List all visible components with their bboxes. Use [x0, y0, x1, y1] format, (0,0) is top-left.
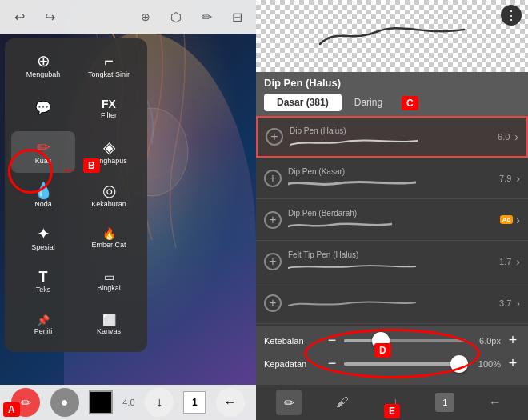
- right-bottom-toolbar: ✏ 🖌 ↓ 1 ← E: [256, 385, 528, 420]
- tool-label: Spesial: [31, 243, 55, 251]
- transform-button[interactable]: ⊕: [133, 4, 158, 30]
- brush-stroke-preview-4: [288, 291, 489, 315]
- brush-value-1: 7.9: [489, 174, 511, 183]
- tool-kuas[interactable]: ✏ Kuas: [11, 131, 75, 173]
- fx-icon: FX: [102, 98, 116, 110]
- tool-label: Teks: [36, 286, 51, 294]
- tool-label: Tongkat Sinir: [88, 70, 130, 78]
- brush-add-button-4[interactable]: +: [264, 294, 282, 312]
- redo-button[interactable]: ↪: [37, 4, 62, 30]
- rbt-pencil-button[interactable]: ✏: [276, 390, 302, 415]
- tool-bingkai[interactable]: ▭ Bingkai: [77, 261, 141, 302]
- undo-button[interactable]: ↩: [6, 4, 32, 30]
- brush-value-0: 6.0: [487, 132, 510, 142]
- tool-peniti[interactable]: 📌 Peniti: [11, 304, 75, 346]
- stroke-svg-1: [288, 178, 416, 189]
- tool-teks[interactable]: T Teks: [11, 261, 75, 302]
- rbt-brush-button[interactable]: 🖌: [330, 390, 355, 415]
- brush-item-dip-pen-halus[interactable]: + Dip Pen (Halus) 6.0 ›: [256, 116, 528, 158]
- tool-kekaburan[interactable]: ◎ Kekaburan: [77, 174, 141, 216]
- layers-button[interactable]: ⊟: [224, 4, 250, 30]
- color-swatch[interactable]: [89, 390, 113, 414]
- stamp-button[interactable]: ●: [50, 388, 79, 417]
- tongkat-sinir-icon: ⌐: [104, 53, 114, 69]
- kepadatan-label: Kepadatan: [264, 359, 320, 369]
- ad-badge-2: Ad: [500, 215, 514, 224]
- kepadatan-row: Kepadatan − 100% +: [264, 355, 520, 372]
- brush-add-button-1[interactable]: +: [264, 170, 282, 187]
- brush-name-1: Dip Pen (Kasar): [288, 167, 489, 176]
- top-toolbar: ↩ ↪ ⊕ ⬡ ✏ ⊟: [0, 0, 256, 34]
- tool-noda[interactable]: 💧 Noda: [11, 174, 75, 216]
- lasso-icon: 💬: [35, 102, 51, 114]
- kepadatan-thumb[interactable]: [450, 355, 468, 373]
- tab-daring[interactable]: Daring: [342, 94, 395, 111]
- kepadatan-value: 100%: [470, 359, 501, 369]
- brush-item-dip-pen-berdarah[interactable]: + Dip Pen (Berdarah) Ad ›: [256, 199, 528, 241]
- stroke-svg-3: [288, 261, 416, 272]
- brush-item-5[interactable]: + 3.7 ›: [256, 282, 528, 324]
- tool-label: Kuas: [35, 157, 52, 165]
- tool-ember-cat[interactable]: 🔥 Ember Cat: [77, 218, 141, 259]
- ketebalan-track[interactable]: [344, 339, 466, 342]
- kepadatan-fill: [344, 362, 459, 366]
- penghapus-icon: ◈: [103, 139, 115, 155]
- tool-label: Noda: [34, 200, 52, 208]
- ketebalan-label: Ketebalan: [264, 336, 320, 346]
- rbt-back-button[interactable]: ←: [482, 390, 508, 415]
- tool-tongkat-sinir[interactable]: ⌐ Tongkat Sinir: [77, 45, 141, 86]
- chevron-1: ›: [516, 172, 520, 185]
- right-panel: ⋮ Dip Pen (Halus) Dasar (381) Daring C +…: [256, 0, 528, 420]
- brush-add-button-3[interactable]: +: [264, 253, 282, 270]
- label-e: E: [384, 404, 400, 418]
- brush-name-2: Dip Pen (Berdarah): [288, 209, 500, 218]
- more-options-button[interactable]: ⋮: [501, 5, 522, 26]
- brush-item-felt-tip-pen[interactable]: + Felt Tip Pen (Halus) 1.7 ›: [256, 241, 528, 282]
- ketebalan-row: Ketebalan − 6.0px +: [264, 332, 520, 349]
- stroke-svg-4: [288, 298, 416, 310]
- kepadatan-plus[interactable]: +: [506, 355, 520, 372]
- tool-mengubah[interactable]: ⊕ Mengubah: [11, 45, 75, 86]
- kanvas-icon: ⬜: [102, 314, 116, 326]
- tab-dasar[interactable]: Dasar (381): [264, 94, 342, 111]
- brush-stroke-preview-2: Dip Pen (Berdarah): [288, 208, 500, 232]
- spesial-icon: ✦: [37, 226, 50, 242]
- ember-cat-icon: 🔥: [102, 228, 116, 239]
- chevron-4: ›: [516, 297, 520, 310]
- tool-spesial[interactable]: ✦ Spesial: [11, 218, 75, 259]
- tool-fx-filter[interactable]: FX Filter: [77, 88, 141, 130]
- peniti-icon: 📌: [37, 315, 50, 326]
- ketebalan-value: 6.0px: [470, 336, 501, 346]
- sliders-section: Ketebalan − 6.0px + Kepadatan − 100% + D: [256, 326, 528, 385]
- ketebalan-plus[interactable]: +: [506, 332, 520, 349]
- page-number: 1: [183, 391, 206, 414]
- kepadatan-track[interactable]: [344, 362, 466, 366]
- tool-label: Kanvas: [97, 327, 121, 335]
- kepadatan-minus[interactable]: −: [325, 355, 339, 372]
- label-b: B: [83, 158, 100, 173]
- tool-label: Peniti: [34, 327, 53, 335]
- ketebalan-minus[interactable]: −: [325, 332, 339, 349]
- tool-lasso[interactable]: 💬: [11, 88, 75, 130]
- size-value: 4.0: [122, 398, 134, 407]
- mengubah-icon: ⊕: [37, 53, 50, 69]
- bottom-toolbar: ✏ ● 4.0 ↓ 1 ←: [0, 385, 256, 420]
- brush-preview-area: ⋮: [256, 0, 528, 72]
- eraser-top-button[interactable]: ✏: [194, 4, 219, 30]
- brush-name-0: Dip Pen (Halus): [290, 126, 487, 135]
- back-button[interactable]: ←: [216, 388, 245, 417]
- bingkai-icon: ▭: [104, 271, 114, 282]
- label-a: A: [3, 402, 20, 417]
- left-panel: ↩ ↪ ⊕ ⬡ ✏ ⊟ ⊕ Mengubah ⌐ Tongkat Sinir 💬…: [0, 0, 256, 420]
- tool-kanvas[interactable]: ⬜ Kanvas: [77, 304, 141, 346]
- stroke-svg-2: [288, 219, 392, 230]
- chevron-2: ›: [516, 214, 520, 226]
- lasso-button[interactable]: ⬡: [163, 4, 189, 30]
- brush-add-button-0[interactable]: +: [266, 128, 283, 146]
- brush-item-dip-pen-kasar[interactable]: + Dip Pen (Kasar) 7.9 ›: [256, 158, 528, 199]
- brush-add-button-2[interactable]: +: [264, 211, 282, 229]
- label-c: C: [402, 96, 418, 110]
- download-button[interactable]: ↓: [145, 388, 174, 417]
- chevron-0: ›: [514, 130, 518, 143]
- brush-stroke-preview-3: Felt Tip Pen (Halus): [288, 250, 489, 274]
